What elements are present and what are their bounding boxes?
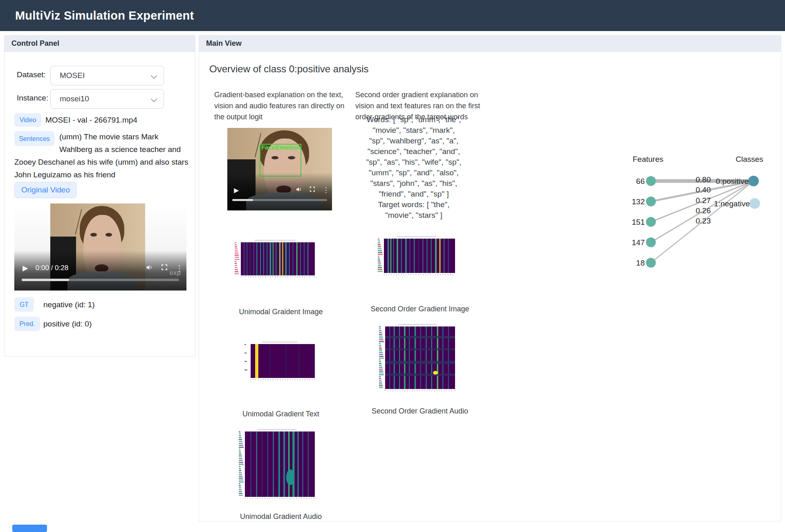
main-view-header: Main View xyxy=(199,36,781,52)
target-words-block: Words: [ "sp", "umm", "the","movie", "st… xyxy=(346,114,481,221)
svg-text:18: 18 xyxy=(636,259,645,267)
heatmap-caption: Second Order Gradient Image xyxy=(363,305,477,313)
video-time: 0:00 / 0:28 xyxy=(36,264,68,272)
main-view-body: Overview of class 0:positive analysis Gr… xyxy=(199,52,781,522)
main-view-card: Main View Overview of class 0:positive a… xyxy=(199,35,781,521)
volume-icon[interactable] xyxy=(142,264,156,273)
face-detection-box: FaceEmotion xyxy=(260,144,301,177)
svg-text:0.23: 0.23 xyxy=(696,217,711,225)
svg-text:Classes: Classes xyxy=(736,155,763,163)
original-video-player[interactable]: exp ▶ 0:00 / 0:28 ⋮ xyxy=(14,203,186,291)
svg-text:Features: Features xyxy=(633,155,664,163)
partial-button[interactable] xyxy=(12,525,47,532)
heatmap-caption: Unimodal Gradient Audio xyxy=(224,512,338,521)
heatmap-caption: Unimodal Graident Image xyxy=(224,308,338,316)
gt-value: negative (id: 1) xyxy=(43,300,95,309)
sentences-row: Sentences (umm) The movie stars Mark Wah… xyxy=(14,130,190,181)
gradient-explanation-text: Gradient-based explanation on the text, … xyxy=(214,89,349,123)
face-detection-label: FaceEmotion xyxy=(261,144,300,151)
more-options-icon[interactable]: ⋮ xyxy=(173,264,186,273)
video-badge: Video xyxy=(14,113,41,127)
instance-label: Instance: xyxy=(17,94,48,103)
feature-class-graph: FeaturesClasses660.801320.401510.271470.… xyxy=(624,152,780,275)
chevron-down-icon xyxy=(151,96,157,103)
svg-text:147: 147 xyxy=(632,238,645,247)
svg-text:0:positive: 0:positive xyxy=(716,177,749,186)
second-order-gradient-audio-heatmap xyxy=(379,323,456,393)
app-title: MultiViz Simulation Experiment xyxy=(15,9,194,22)
sentences-badge: Sentences xyxy=(14,131,54,146)
svg-text:0.27: 0.27 xyxy=(696,196,711,205)
play-icon[interactable]: ▶ xyxy=(234,186,239,194)
gt-badge: GT xyxy=(14,297,34,312)
overview-title: Overview of class 0:positive analysis xyxy=(209,63,368,75)
heatmap-caption: Unimodal Gradient Text xyxy=(224,410,338,418)
app-header: MultiViz Simulation Experiment xyxy=(0,0,785,31)
svg-text:66: 66 xyxy=(636,177,645,186)
instance-select-value: mosei10 xyxy=(60,94,89,103)
dataset-select[interactable]: MOSEI xyxy=(50,66,164,85)
second-order-gradient-image-heatmap xyxy=(377,235,456,277)
control-panel-body: Dataset: MOSEI Instance: mosei10 Video M… xyxy=(4,52,195,357)
pred-badge: Pred. xyxy=(14,317,40,331)
chevron-down-icon xyxy=(151,73,157,79)
play-icon[interactable]: ▶ xyxy=(22,264,28,273)
svg-text:1:negative: 1:negative xyxy=(714,199,750,208)
fullscreen-icon[interactable] xyxy=(156,264,173,273)
video-progress-bar[interactable] xyxy=(232,199,327,201)
page: MultiViz Simulation Experiment Control P… xyxy=(0,0,785,532)
svg-text:0.26: 0.26 xyxy=(696,206,711,215)
svg-text:0.40: 0.40 xyxy=(696,186,711,194)
pred-value: positive (id: 0) xyxy=(43,320,92,329)
heatmap-caption: Second Order Gradient Audio xyxy=(363,407,477,416)
fullscreen-icon[interactable] xyxy=(305,186,320,194)
control-panel-card: Control Panel Dataset: MOSEI Instance: m… xyxy=(4,35,195,357)
unimodal-gradient-text-heatmap xyxy=(244,341,316,382)
svg-text:132: 132 xyxy=(632,197,645,206)
control-panel-header: Control Panel xyxy=(4,36,195,52)
video-progress-bar[interactable] xyxy=(22,279,179,281)
unimodal-gradient-audio-heatmap xyxy=(238,428,316,501)
volume-icon[interactable] xyxy=(293,186,305,194)
instance-select[interactable]: mosei10 xyxy=(50,89,164,109)
original-video-button[interactable]: Original Video xyxy=(14,182,77,198)
svg-text:0.80: 0.80 xyxy=(696,175,711,184)
unimodal-gradient-image-heatmap xyxy=(234,239,316,279)
more-options-icon[interactable]: ⋮ xyxy=(320,186,332,194)
svg-text:151: 151 xyxy=(632,218,645,226)
face-emotion-video-player[interactable]: FaceEmotion ▶ ⋮ xyxy=(227,128,332,210)
dataset-select-value: MOSEI xyxy=(60,71,85,80)
dataset-label: Dataset: xyxy=(17,70,46,79)
video-filename: MOSEI - val - 266791.mp4 xyxy=(45,116,137,125)
